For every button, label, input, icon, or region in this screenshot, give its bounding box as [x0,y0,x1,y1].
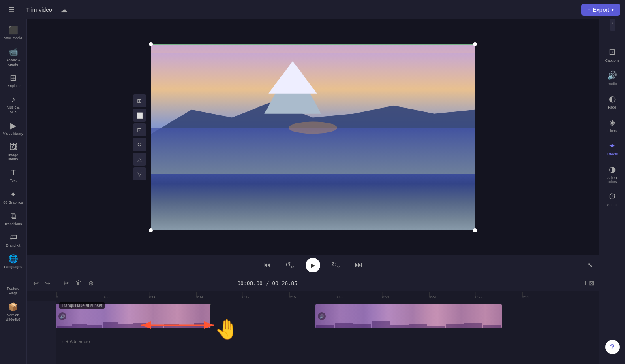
main-area: ⬛ Your media 📹 Record &create ⊞ Template… [0,19,625,364]
right-sidebar-item-effects[interactable]: ✦ Effects [601,138,624,160]
corner-handle-br[interactable] [473,228,477,232]
speed-icon: ⏱ [608,192,616,201]
skip-back-button[interactable]: ⏮ [260,259,274,271]
right-sidebar-item-audio[interactable]: 🔊 Audio [601,67,624,89]
export-button[interactable]: ↑ Export ▾ [581,4,620,16]
sidebar-item-version[interactable]: 📦 Versiond96e4b8 [2,300,25,324]
right-sidebar-label-effects: Effects [607,152,618,156]
text-icon: T [11,168,15,177]
topbar-right: ↑ Export ▾ [581,4,620,16]
sidebar-item-text[interactable]: T Text [2,166,25,185]
fade-icon: ◐ [609,94,616,104]
rotate-tool-button[interactable]: ↻ [133,138,146,151]
sidebar-item-record-create[interactable]: 📹 Record &create [2,45,25,69]
redo-button[interactable]: ↪ [43,278,52,289]
track-label: Tranquil lake at sunset [59,302,105,309]
forward-10-button[interactable]: ↻10 [328,259,344,271]
waveform-1 [56,320,210,328]
fit-button[interactable]: ⊠ [589,279,594,287]
corner-handle-bl[interactable] [149,228,153,232]
right-sidebar-item-fade[interactable]: ◐ Fade [601,91,624,113]
cloud-save-button[interactable]: ☁ [57,4,71,16]
video-tools-panel: ⊠ ⬜ ⊡ ↻ △ ▽ [133,94,146,180]
ruler-mark-18: 0:18 [336,295,382,299]
delete-button[interactable]: 🗑 [74,278,83,288]
right-sidebar-label-filters: Filters [607,129,617,133]
mountain-svg [151,53,475,174]
replay-10-button[interactable]: ↺10 [282,259,298,271]
pip-tool-button[interactable]: ⊡ [133,123,146,136]
sidebar-label-languages: Languages [4,265,22,269]
right-sidebar-label-audio: Audio [608,82,617,86]
video-track: Tranquil lake at sunset 🔊 [56,301,599,333]
toolbar-separator [57,279,57,287]
audio-track[interactable]: ♪ + Add audio [56,333,599,349]
right-sidebar-item-filters[interactable]: ◈ Filters [601,114,624,136]
ruler-mark-0: 0 [56,295,103,299]
version-icon: 📦 [8,302,18,312]
menu-button[interactable]: ☰ [5,4,18,16]
svg-point-8 [289,121,337,134]
sidebar-label-video-library: Video library [3,132,24,136]
ruler-mark-21: 0:21 [382,295,429,299]
fullscreen-tool-button[interactable]: ⊠ [133,94,146,107]
play-pause-button[interactable]: ▶ [306,258,320,272]
right-sidebar-item-speed[interactable]: ⏱ Speed [601,189,624,210]
sidebar-label-brand-kit: Brand kit [6,243,21,248]
sidebar-item-graphics[interactable]: ✦ 88 Graphics [2,187,25,207]
right-sidebar-label-fade: Fade [608,105,616,109]
duplicate-button[interactable]: ⊕ [87,278,95,289]
timeline-area: ↩ ↪ ✂ 🗑 ⊕ 00:00.00 / 00:26.85 − + ⊠ 0 0:… [27,275,599,364]
corner-handle-tl[interactable] [149,42,153,46]
topbar: ☰ Trim video ☁ ↑ Export ▾ [0,0,625,19]
video-clip-segment-2[interactable]: 🔊 [315,304,502,328]
feature-flags-icon: ⋯ [9,276,17,285]
filters-icon: ◈ [609,117,615,127]
ruler-marks: 0 0:03 0:06 0:09 0:12 0:15 0:18 0:21 0:2… [56,295,569,299]
right-sidebar-item-captions[interactable]: ⊡ Captions [601,44,624,66]
right-sidebar: ‹ ⊡ Captions 🔊 Audio ◐ Fade ◈ Filters ✦ … [599,19,625,364]
right-sidebar-label-captions: Captions [605,58,620,62]
video-preview [151,44,475,230]
sidebar-label-record-create: Record &create [6,58,21,67]
languages-icon: 🌐 [8,254,18,264]
sidebar-label-feature-flags: Feature Flags [3,287,24,296]
sidebar-item-templates[interactable]: ⊞ Templates [2,70,25,91]
skip-forward-button[interactable]: ⏭ [352,259,366,271]
waveform-2 [315,320,502,328]
timecode-display: 00:00.00 / 00:26.85 [237,280,298,286]
adjust-colors-icon: ◑ [609,164,616,174]
zoom-in-button[interactable]: + [584,279,587,287]
ruler-mark-27: 0:27 [475,295,522,299]
flip-v-tool-button[interactable]: △ [133,153,146,166]
playback-controls: ⏮ ↺10 ▶ ↻10 ⏭ ⤡ [27,255,599,275]
sidebar-item-feature-flags[interactable]: ⋯ Feature Flags [2,273,25,298]
sidebar-item-music-sfx[interactable]: ♪ Music & SFX [2,92,25,117]
zoom-out-button[interactable]: − [578,279,582,287]
undo-button[interactable]: ↩ [32,278,40,289]
sidebar-item-your-media[interactable]: ⬛ Your media [2,23,25,43]
crop-tool-button[interactable]: ⬜ [133,109,146,122]
ruler-mark-3: 0:03 [103,295,149,299]
ruler-mark-6: 0:06 [149,295,196,299]
transitions-icon: ⧉ [11,211,16,221]
page-title: Trim video [26,6,52,13]
ruler-mark-24: 0:24 [429,295,475,299]
corner-handle-tr[interactable] [473,42,477,46]
video-frame: ⊠ ⬜ ⊡ ↻ △ ▽ 16:9 [151,44,475,230]
sidebar-item-image-library[interactable]: 🖼 Image library [2,140,25,164]
help-button[interactable]: ? [605,340,620,354]
sidebar-item-transitions[interactable]: ⧉ Transitions [2,209,25,229]
sidebar-item-video-library[interactable]: ▶ Video library [2,118,25,138]
right-sidebar-item-adjust-colors[interactable]: ◑ Adjust colors [601,161,624,187]
fullscreen-button[interactable]: ⤡ [587,261,593,269]
cut-button[interactable]: ✂ [62,278,71,289]
right-sidebar-collapse-button[interactable]: ‹ [610,19,615,31]
sidebar-item-languages[interactable]: 🌐 Languages [2,251,25,272]
sidebar-item-brand-kit[interactable]: 🏷 Brand kit [2,230,25,250]
brand-kit-icon: 🏷 [9,233,17,242]
flip-h-tool-button[interactable]: ▽ [133,167,146,180]
timeline-tracks: Tranquil lake at sunset 🔊 [56,301,599,364]
image-library-icon: 🖼 [9,143,17,152]
audio-icon: 🔊 [607,70,617,80]
